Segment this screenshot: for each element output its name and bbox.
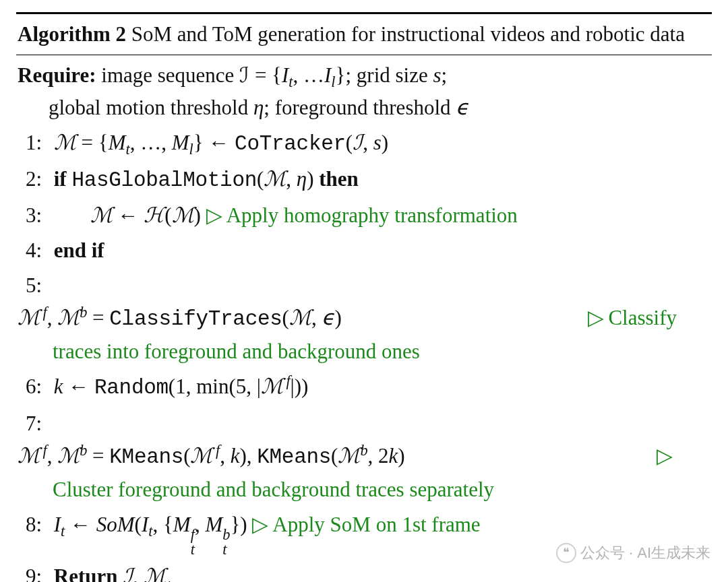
algo-line-2: 2: if HasGlobalMotion(ℳ, η) then <box>18 162 712 198</box>
require-text-2: global motion threshold η; foreground th… <box>18 92 712 124</box>
require-line: Require: image sequence ℐ = {It, …Il}; g… <box>18 58 712 125</box>
algorithm-body: Require: image sequence ℐ = {It, …Il}; g… <box>16 55 712 582</box>
algorithm-title: SoM and ToM generation for instructional… <box>126 22 685 46</box>
algo-line-1: 1: ℳ = {Mt, …, Ml} ← CoTracker(ℐ, s) <box>18 125 712 162</box>
algo-line-8: 8: It ← SoM(It, {Mft, Mbt}) Apply SoM on… <box>18 507 712 559</box>
algorithm-block: Algorithm 2 SoM and ToM generation for i… <box>16 12 712 582</box>
algo-line-4: 4: end if <box>18 233 712 268</box>
require-text-1: image sequence ℐ = {It, …Il}; grid size … <box>101 63 447 87</box>
algo-line-5: 5: ℳ f, ℳb = ClassifyTraces(ℳ, ϵ) Classi… <box>18 268 712 369</box>
algo-line-3: 3: ℳ ← ℋ(ℳ) Apply homography transformat… <box>18 198 712 233</box>
algo-line-7: 7: ℳ f, ℳb = KMeans(ℳ f, k), KMeans(ℳb, … <box>18 406 712 507</box>
algorithm-header: Algorithm 2 SoM and ToM generation for i… <box>16 14 712 55</box>
algo-line-6: 6: k ← Random(1, min(5, |ℳ f|)) <box>18 369 712 406</box>
algo-line-9: 9: Return ℐ, ℳ*f <box>18 559 712 582</box>
algorithm-label: Algorithm 2 <box>18 22 126 46</box>
require-label: Require: <box>18 63 96 87</box>
